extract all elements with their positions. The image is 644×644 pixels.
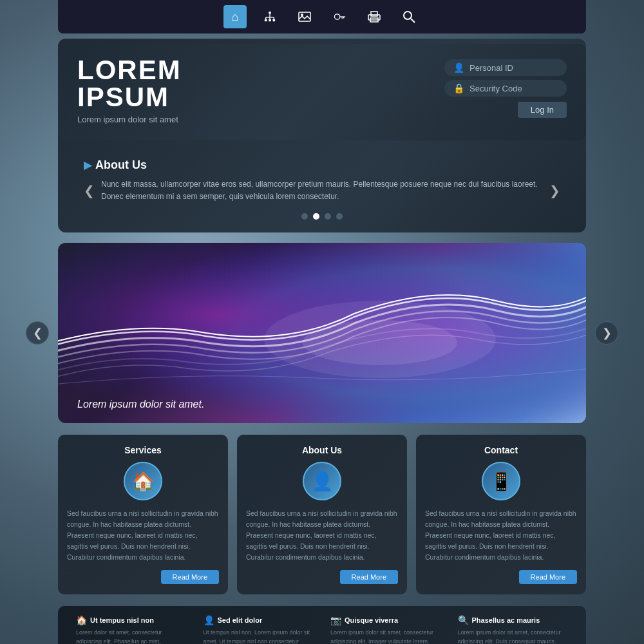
logo-line2: IPSUM [77,82,169,112]
about-arrow-icon: ▶ [84,159,91,171]
svg-point-18 [404,12,412,19]
footer-text-2: Ut tempus nisl non. Lorem ipsum dolor si… [204,629,314,644]
cards-section: Services 🏠 Sed faucibus urna a nisi soll… [58,435,586,594]
footer-camera-icon: 📷 [330,615,341,625]
logo-title: LOREM IPSUM [77,57,444,111]
footer-item-1: 🏠 Ut tempus nisl non Lorem dolor sit ame… [71,615,192,644]
logo-line1: LOREM [77,55,182,85]
svg-rect-0 [269,12,271,14]
svg-point-23 [303,320,457,365]
footer-item-4-title: 🔍 Phasellus ac mauris [458,615,569,625]
about-card: About Us 👤 Sed faucibus urna a nisi soll… [237,435,407,594]
dot-2[interactable] [313,213,319,220]
footer-home-icon: 🏠 [76,615,87,625]
footer-title-2-label: Sed elit dolor [218,616,263,624]
lock-icon: 🔒 [453,83,464,93]
security-code-label: Security Code [469,84,558,93]
about-next-button[interactable]: ❯ [549,183,560,198]
search-nav-icon[interactable] [397,5,421,28]
home-nav-icon[interactable]: ⌂ [223,5,247,28]
slider-next-button[interactable]: ❯ [595,321,618,345]
footer-title-1-label: Ut tempus nisl non [90,616,154,624]
footer-text-1: Lorem dolor sit amet, consectetur adipis… [76,629,187,644]
footer-title-3-label: Quisque viverra [345,616,398,624]
person-icon: 👤 [453,62,464,73]
dot-4[interactable] [336,213,343,220]
logo-tagline: Lorem ipsum dolor sit amet [77,115,444,124]
footer-item-1-title: 🏠 Ut tempus nisl non [76,615,187,625]
about-dots [84,213,560,220]
top-navigation: ⌂ [58,0,586,33]
slider-card: Lorem ipsum dolor sit amet. [58,243,586,423]
about-section: ▶ About Us ❮ Nunc elit massa, ullamcorpe… [58,148,586,232]
svg-line-19 [411,19,415,23]
svg-rect-9 [299,12,310,21]
footer-person-icon: 👤 [204,615,214,625]
services-read-more-button[interactable]: Read More [161,570,219,584]
about-read-more-button[interactable]: Read More [340,570,398,584]
services-icon: 🏠 [124,462,162,500]
svg-rect-16 [371,12,377,16]
services-card: Services 🏠 Sed faucibus urna a nisi soll… [58,435,228,594]
login-area: 👤 Personal ID 🔒 Security Code Log In [444,59,567,118]
contact-card-title: Contact [484,445,518,455]
logo-area: LOREM IPSUM Lorem ipsum dolor sit amet [77,57,444,124]
footer-text-3: Lorem ipsum dolor sit amet, consectetur … [330,629,441,644]
personal-id-field[interactable]: 👤 Personal ID [444,59,567,76]
header-section: LOREM IPSUM Lorem ipsum dolor sit amet 👤… [58,44,586,140]
slider-caption: Lorem ipsum dolor sit amet. [77,399,204,410]
services-card-text: Sed faucibus urna a nisi sollicitudin in… [67,508,219,562]
dot-3[interactable] [325,213,331,220]
footer-section: 🏠 Ut tempus nisl non Lorem dolor sit ame… [58,606,586,644]
services-card-title: Services [124,445,162,455]
about-text: Nunc elit massa, ullamcorper vitae eros … [101,178,543,203]
svg-rect-2 [269,19,271,22]
svg-rect-3 [273,19,276,22]
image-nav-icon[interactable] [293,5,316,28]
footer-text-4: Lorem ipsum dolor sit amet, consectetur … [458,629,569,644]
about-card-text: Sed faucibus urna a nisi sollicitudin in… [246,508,398,562]
contact-icon: 📱 [482,462,520,500]
about-prev-button[interactable]: ❮ [84,183,95,198]
login-button[interactable]: Log In [518,102,567,118]
about-title: ▶ About Us [84,158,560,172]
about-section-title: About Us [95,158,147,172]
footer-title-4-label: Phasellus ac mauris [472,616,540,624]
footer-item-2-title: 👤 Sed elit dolor [204,615,314,625]
slider-prev-button[interactable]: ❮ [26,321,49,345]
nav-icons-container: ⌂ [223,5,421,28]
footer-item-2: 👤 Sed elit dolor Ut tempus nisl non. Lor… [198,615,319,644]
footer-item-3-title: 📷 Quisque viverra [330,615,441,625]
about-arrows-container: ❮ Nunc elit massa, ullamcorper vitae ero… [84,178,560,203]
about-card-title: About Us [302,445,342,455]
sitemap-nav-icon[interactable] [258,5,281,28]
footer-item-4: 🔍 Phasellus ac mauris Lorem ipsum dolor … [453,615,574,644]
footer-item-3: 📷 Quisque viverra Lorem ipsum dolor sit … [325,615,446,644]
about-icon: 👤 [303,462,341,500]
svg-rect-1 [265,19,267,22]
footer-search-icon: 🔍 [458,615,469,625]
contact-read-more-button[interactable]: Read More [519,570,577,584]
personal-id-label: Personal ID [469,63,558,73]
contact-card-text: Sed faucibus urna a nisi sollicitudin in… [425,508,577,562]
key-nav-icon[interactable] [328,5,351,28]
dot-1[interactable] [301,213,308,220]
security-code-field[interactable]: 🔒 Security Code [444,80,567,97]
print-nav-icon[interactable] [363,5,386,28]
header-card: LOREM IPSUM Lorem ipsum dolor sit amet 👤… [58,39,586,232]
slider-wrapper: ❮ [58,243,586,423]
svg-point-11 [335,14,340,19]
contact-card: Contact 📱 Sed faucibus urna a nisi solli… [416,435,586,594]
